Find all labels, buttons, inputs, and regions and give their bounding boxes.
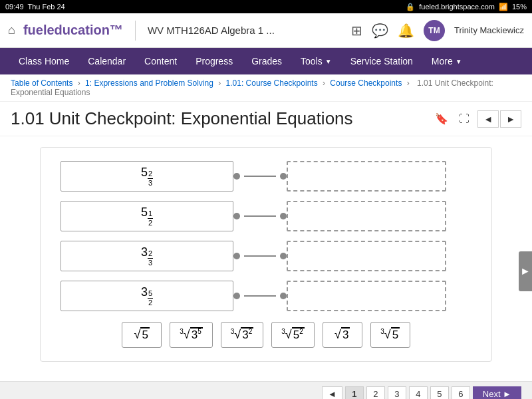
more-chevron: ▼	[456, 58, 462, 65]
option-cbrt-5[interactable]: 3√5	[370, 322, 410, 348]
match-row-1: 5 2 3	[61, 161, 471, 192]
nav-arrows: ◄ ►	[477, 110, 521, 128]
breadcrumb-sep1: ›	[78, 78, 82, 88]
right-sidebar-toggle[interactable]: ►	[519, 251, 532, 291]
next-page-arrow[interactable]: ►	[500, 110, 521, 128]
title-actions: 🔖 ⛶ ◄ ►	[432, 110, 521, 128]
match-right-1[interactable]	[287, 161, 446, 192]
breadcrumb: Table of Contents › 1: Expressions and P…	[0, 74, 532, 102]
avatar[interactable]: TM	[424, 20, 445, 41]
page-title: 1.01 Unit Checkpoint: Exponential Equati…	[11, 108, 353, 129]
option-cbrt-5-2[interactable]: 3√52	[271, 322, 314, 348]
nav-tools[interactable]: Tools ▼	[293, 51, 340, 72]
wifi-icon: 📶	[499, 3, 508, 11]
match-right-4[interactable]	[287, 281, 446, 311]
pagination-page-6[interactable]: 6	[452, 386, 470, 399]
nav-divider	[135, 21, 136, 41]
option-cbrt-3-2[interactable]: 3√32	[221, 322, 263, 348]
option-sqrt3[interactable]: √3	[323, 322, 362, 348]
match-left-3: 3 2 3	[61, 241, 233, 271]
breadcrumb-sep3: ›	[323, 78, 327, 88]
status-time: 09:49 Thu Feb 24	[5, 3, 65, 11]
nav-more[interactable]: More ▼	[424, 51, 470, 72]
pagination-page-4[interactable]: 4	[409, 386, 428, 399]
chat-icon[interactable]: 💬	[372, 23, 388, 39]
match-left-2: 5 1 2	[61, 201, 233, 231]
options-bar: √5 3√35 3√32 3√52 √3	[61, 322, 471, 348]
pagination-bar: ◄ 1 2 3 4 5 6 Next ►	[0, 381, 532, 399]
match-right-2[interactable]	[287, 201, 446, 231]
nav-grades[interactable]: Grades	[243, 51, 290, 72]
page-title-bar: 1.01 Unit Checkpoint: Exponential Equati…	[0, 102, 532, 136]
match-row-2: 5 1 2	[61, 201, 471, 231]
pagination-prev[interactable]: ◄	[322, 386, 342, 399]
logo-education: education™	[47, 23, 122, 37]
bell-icon[interactable]: 🔔	[398, 23, 414, 39]
logo-fuel: fuel	[23, 23, 47, 37]
nav-calendar[interactable]: Calendar	[80, 51, 134, 72]
logo: fueleducation™	[23, 23, 123, 38]
pagination-next[interactable]: Next ►	[473, 386, 521, 399]
breadcrumb-sep4: ›	[407, 78, 412, 88]
breadcrumb-course-checkpoints-link[interactable]: 1.01: Course Checkpoints	[226, 78, 318, 88]
breadcrumb-toc[interactable]: Table of Contents	[11, 78, 72, 88]
grid-icon[interactable]: ⊞	[351, 23, 362, 39]
nav-class-home[interactable]: Class Home	[11, 51, 77, 72]
match-line-2	[233, 213, 287, 219]
bookmark-button[interactable]: 🔖	[432, 110, 451, 128]
matching-exercise: 5 2 3	[40, 147, 492, 362]
url-display: fueled.brightspace.com	[419, 3, 495, 11]
pagination-page-1[interactable]: 1	[345, 386, 364, 399]
nav-content[interactable]: Content	[136, 51, 185, 72]
match-line-4	[233, 293, 287, 299]
match-row-4: 3 5 2	[61, 281, 471, 311]
pagination-page-5[interactable]: 5	[430, 386, 449, 399]
status-bar-right: 🔒 fueled.brightspace.com 📶 15%	[406, 3, 527, 11]
battery-display: 15%	[512, 3, 527, 11]
match-left-1: 5 2 3	[61, 161, 233, 192]
user-name: Trinity Mackiewicz	[454, 25, 524, 35]
match-line-1	[233, 173, 287, 180]
match-row-3: 3 2 3	[61, 241, 471, 271]
lock-icon: 🔒	[406, 3, 415, 11]
prev-page-arrow[interactable]: ◄	[477, 110, 499, 128]
option-sqrt5[interactable]: √5	[122, 322, 162, 348]
top-nav-bar: ⌂ fueleducation™ WV MTH126AD Algebra 1 .…	[0, 13, 532, 48]
tools-chevron: ▼	[325, 58, 332, 65]
nav-progress[interactable]: Progress	[188, 51, 241, 72]
match-left-4: 3 5 2	[61, 281, 233, 311]
course-title: WV MTH126AD Algebra 1 ...	[148, 25, 343, 36]
option-cbrt-3-5[interactable]: 3√35	[170, 322, 212, 348]
content-wrapper: 5 2 3	[0, 136, 532, 399]
match-right-3[interactable]	[287, 241, 446, 271]
fullscreen-button[interactable]: ⛶	[456, 110, 472, 128]
status-bar: 09:49 Thu Feb 24 🔒 fueled.brightspace.co…	[0, 0, 532, 13]
top-icons-group: ⊞ 💬 🔔 TM Trinity Mackiewicz	[351, 20, 524, 41]
pagination-page-3[interactable]: 3	[388, 386, 406, 399]
breadcrumb-checkpoints[interactable]: Course Checkpoints	[330, 78, 402, 88]
pagination-page-2[interactable]: 2	[366, 386, 385, 399]
breadcrumb-expressions[interactable]: 1: Expressions and Problem Solving	[85, 78, 213, 88]
purple-nav-bar: Class Home Calendar Content Progress Gra…	[0, 48, 532, 74]
match-line-3	[233, 253, 287, 259]
main-content: 5 2 3	[0, 136, 532, 372]
breadcrumb-sep2: ›	[218, 78, 223, 88]
home-icon[interactable]: ⌂	[8, 23, 15, 37]
nav-service-station[interactable]: Service Station	[342, 51, 421, 72]
